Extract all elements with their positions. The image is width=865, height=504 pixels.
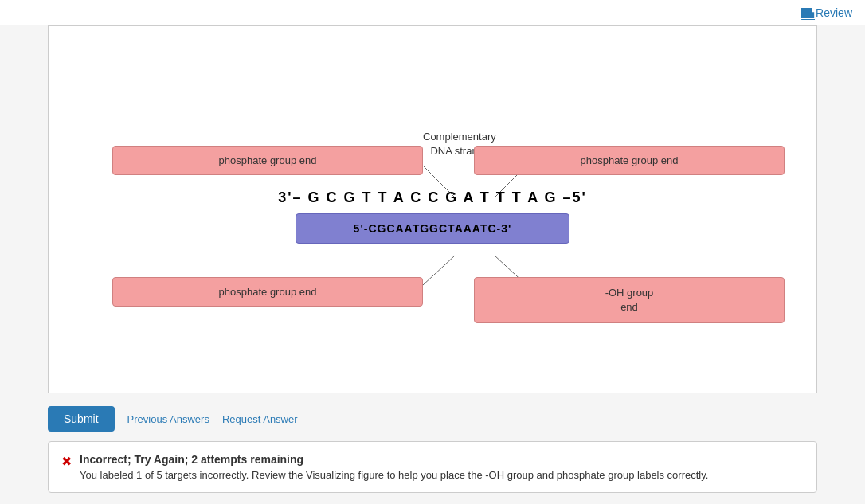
review-label: Review xyxy=(816,6,852,19)
label-bottom-left: phosphate group end xyxy=(112,277,423,307)
review-link[interactable]: ■■ Review xyxy=(801,6,852,19)
error-icon: ✖ xyxy=(61,454,72,469)
diagram-area: Complementary DNA strands 3'– G C G T T … xyxy=(65,42,800,377)
review-icon: ■■ xyxy=(801,8,812,18)
top-strand-sequence: 3'– G C G T T A C C G A T T T A G –5' xyxy=(136,189,729,206)
feedback-box: ✖ Incorrect; Try Again; 2 attempts remai… xyxy=(48,441,817,493)
request-answer-button[interactable]: Request Answer xyxy=(222,413,298,425)
label-top-right: phosphate group end xyxy=(474,146,785,175)
main-content: Complementary DNA strands 3'– G C G T T … xyxy=(48,25,817,393)
action-bar: Submit Previous Answers Request Answer xyxy=(48,406,817,432)
previous-answers-button[interactable]: Previous Answers xyxy=(127,413,209,425)
svg-line-2 xyxy=(423,256,455,285)
feedback-title: Incorrect; Try Again; 2 attempts remaini… xyxy=(80,453,708,466)
feedback-text: Incorrect; Try Again; 2 attempts remaini… xyxy=(80,453,708,481)
submit-button[interactable]: Submit xyxy=(48,406,115,432)
feedback-message: You labeled 1 of 5 targets incorrectly. … xyxy=(80,469,708,481)
connector-lines xyxy=(65,42,800,377)
bottom-section: Submit Previous Answers Request Answer ✖… xyxy=(48,406,817,493)
label-top-left: phosphate group end xyxy=(112,146,423,175)
bottom-strand-box: 5'-CGCAATGGCTAAATC-3' xyxy=(296,213,569,244)
label-bottom-right: -OH group end xyxy=(474,277,785,323)
